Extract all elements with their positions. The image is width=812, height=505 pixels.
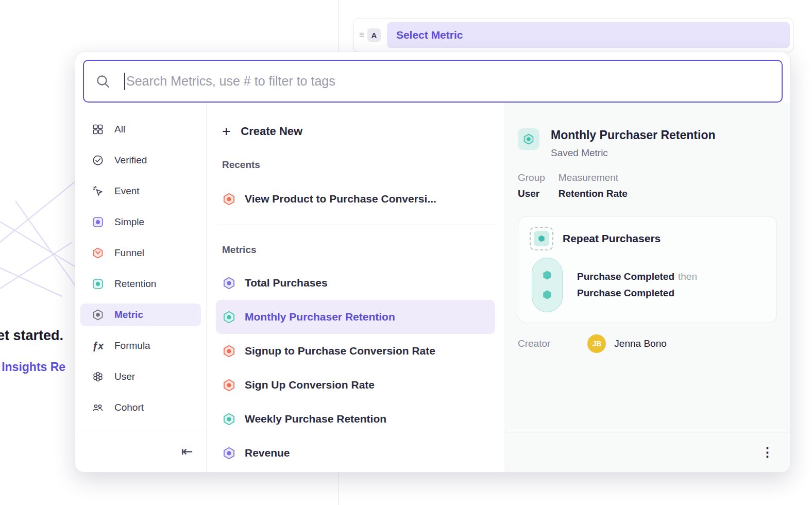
retention-metric-icon bbox=[222, 412, 236, 426]
event-icon bbox=[92, 185, 104, 197]
recent-item-label: View Product to Purchase Conversi... bbox=[245, 193, 436, 205]
recents-header: Recents bbox=[216, 157, 495, 173]
sidebar-item-label: Formula bbox=[114, 340, 150, 351]
metric-item-signup-to-purchase-conversion-rate[interactable]: Signup to Purchase Conversion Rate bbox=[216, 334, 495, 368]
retention-metric-icon bbox=[518, 128, 539, 150]
sidebar-item-label: Simple bbox=[114, 216, 144, 228]
plus-icon: + bbox=[222, 124, 230, 139]
recent-item[interactable]: View Product to Purchase Conversi... bbox=[216, 182, 495, 215]
sidebar-item-all[interactable]: All bbox=[80, 118, 201, 141]
metric-item-label: Monthly Purchaser Retention bbox=[245, 311, 395, 323]
sidebar-item-cohort[interactable]: Cohort bbox=[80, 396, 201, 419]
metric-item-sign-up-conversion-rate[interactable]: Sign Up Conversion Rate bbox=[216, 368, 495, 402]
sidebar-item-simple[interactable]: Simple bbox=[80, 211, 201, 233]
simple-icon bbox=[92, 216, 104, 228]
simple-metric-icon bbox=[222, 446, 236, 460]
funnel-icon bbox=[92, 247, 104, 259]
metric-item-total-purchases[interactable]: Total Purchases bbox=[216, 266, 495, 300]
measurement-value: Retention Rate bbox=[559, 188, 628, 199]
metric-item-weekly-purchase-retention[interactable]: Weekly Purchase Retention bbox=[216, 402, 495, 436]
create-new-button[interactable]: + Create New bbox=[216, 120, 495, 143]
collapse-sidebar-icon[interactable]: ⇤ bbox=[181, 445, 193, 459]
list-divider bbox=[216, 225, 495, 225]
sidebar-item-label: Verified bbox=[114, 155, 147, 166]
metric-preview-panel: Monthly Purchaser Retention Saved Metric… bbox=[504, 103, 790, 472]
metric-item-label: Signup to Purchase Conversion Rate bbox=[245, 345, 435, 357]
user-flower-icon bbox=[92, 371, 104, 383]
funnel-metric-icon bbox=[222, 192, 236, 206]
group-value: User bbox=[518, 188, 545, 199]
metric-list-column: + Create New Recents View Product to Pur… bbox=[207, 103, 504, 472]
metric-picker-modal: All Verified bbox=[75, 52, 791, 473]
sidebar-item-label: All bbox=[114, 124, 125, 135]
sidebar-item-label: User bbox=[114, 371, 135, 382]
creator-row: Creator JB Jenna Bono bbox=[518, 334, 777, 353]
step-list: Purchase Completedthen Purchase Complete… bbox=[577, 266, 697, 304]
sidebar-item-label: Cohort bbox=[114, 402, 144, 413]
group-meta: Group User bbox=[518, 172, 545, 199]
metric-definition-card: Repeat Purchasers bbox=[518, 216, 777, 323]
grid-icon bbox=[92, 123, 104, 136]
metric-item-revenue[interactable]: Revenue bbox=[216, 436, 495, 470]
sidebar-item-retention[interactable]: Retention bbox=[80, 273, 201, 295]
card-title: Repeat Purchasers bbox=[563, 232, 661, 245]
background-partial-link[interactable]: e Insights Re bbox=[0, 360, 65, 374]
simple-metric-icon bbox=[222, 276, 236, 290]
retention-icon bbox=[92, 278, 104, 290]
sidebar-item-funnel[interactable]: Funnel bbox=[80, 242, 201, 264]
preview-title: Monthly Purchaser Retention bbox=[551, 128, 715, 143]
cohort-dashed-icon bbox=[530, 227, 553, 250]
background-partial-heading: et started. bbox=[0, 328, 63, 344]
filter-list: All Verified bbox=[75, 103, 206, 431]
filter-sidebar: All Verified bbox=[75, 103, 207, 472]
creator-label: Creator bbox=[518, 338, 550, 349]
page: et started. e Insights Re ≡ A Select Met… bbox=[0, 0, 812, 505]
kebab-menu-icon[interactable]: ⋮ bbox=[761, 446, 774, 459]
formula-icon: ƒx bbox=[92, 340, 104, 352]
group-label: Group bbox=[518, 172, 545, 183]
text-caret bbox=[124, 73, 125, 90]
search-area bbox=[75, 52, 790, 103]
preview-subtitle: Saved Metric bbox=[551, 147, 715, 159]
metric-icon bbox=[92, 309, 104, 321]
verified-icon bbox=[92, 154, 104, 166]
metric-item-monthly-purchaser-retention[interactable]: Monthly Purchaser Retention bbox=[216, 300, 495, 334]
search-input[interactable] bbox=[126, 74, 770, 89]
then-connector: then bbox=[678, 271, 697, 282]
preview-footer: ⋮ bbox=[504, 432, 790, 472]
sidebar-item-label: Metric bbox=[114, 309, 143, 321]
sidebar-item-formula[interactable]: ƒx Formula bbox=[80, 334, 201, 357]
metric-select-bar: ≡ A Select Metric bbox=[353, 18, 793, 52]
preview-title-block: Monthly Purchaser Retention Saved Metric bbox=[551, 128, 715, 159]
metric-item-label: Sign Up Conversion Rate bbox=[245, 379, 375, 391]
preview-content: Monthly Purchaser Retention Saved Metric… bbox=[504, 103, 790, 432]
preview-meta: Group User Measurement Retention Rate bbox=[518, 172, 777, 199]
metric-item-label: Total Purchases bbox=[245, 277, 328, 289]
measurement-meta: Measurement Retention Rate bbox=[559, 172, 628, 199]
sidebar-item-label: Event bbox=[114, 186, 140, 197]
event-hexagon-icon bbox=[542, 270, 553, 281]
sidebar-item-event[interactable]: Event bbox=[80, 180, 201, 203]
drag-handle-icon[interactable]: ≡ bbox=[359, 30, 364, 40]
series-a-badge: A bbox=[367, 28, 381, 42]
event-sequence-pill bbox=[532, 258, 563, 312]
step-1: Purchase Completedthen bbox=[577, 271, 697, 282]
search-box bbox=[83, 60, 783, 103]
sidebar-item-label: Funnel bbox=[114, 247, 144, 259]
event-hexagon-icon bbox=[542, 289, 553, 300]
metric-item-label: Weekly Purchase Retention bbox=[245, 413, 386, 425]
card-body: Purchase Completedthen Purchase Complete… bbox=[530, 258, 765, 312]
cohort-icon bbox=[92, 401, 104, 414]
sidebar-item-user[interactable]: User bbox=[80, 365, 201, 388]
sidebar-item-metric[interactable]: Metric bbox=[80, 304, 201, 326]
sidebar-item-verified[interactable]: Verified bbox=[80, 149, 201, 172]
preview-header: Monthly Purchaser Retention Saved Metric bbox=[518, 128, 777, 159]
metric-item-label: Revenue bbox=[245, 447, 290, 459]
retention-metric-icon bbox=[222, 310, 236, 324]
measurement-label: Measurement bbox=[559, 172, 628, 183]
creator-name: Jenna Bono bbox=[614, 338, 666, 349]
funnel-metric-icon bbox=[222, 378, 236, 392]
funnel-metric-icon bbox=[222, 344, 236, 358]
select-metric-field[interactable]: Select Metric bbox=[387, 22, 790, 48]
step-2: Purchase Completed bbox=[577, 288, 697, 299]
